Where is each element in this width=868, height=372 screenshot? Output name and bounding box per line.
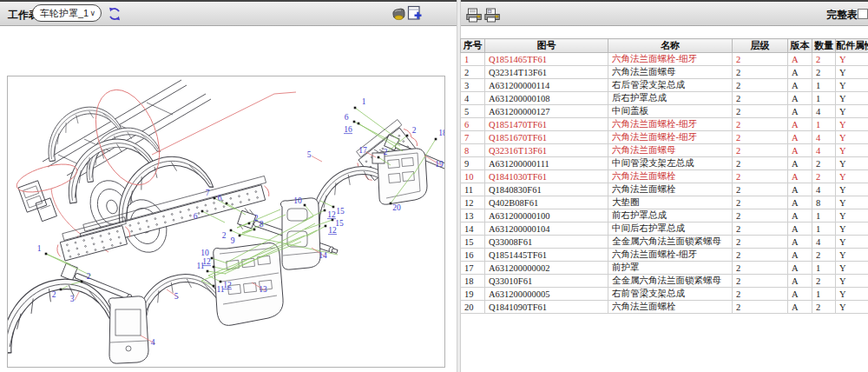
callout-number[interactable]: 18 [438, 129, 444, 137]
table-row[interactable]: 8Q32316T13F61六角法兰面螺母2A4Y [461, 144, 868, 157]
table-row[interactable]: 11Q1840830F61六角法兰面螺栓2A4Y [461, 183, 868, 196]
callout-number[interactable]: 17 [358, 146, 367, 155]
callout-number[interactable]: 10 [293, 196, 302, 205]
table-cell: 中间盖板 [608, 105, 733, 118]
table-row[interactable]: 16Q1851445TF61六角法兰面螺栓-细牙2A2Y [461, 249, 868, 262]
table-cell: A [788, 275, 812, 288]
table-cell: 2 [733, 236, 788, 249]
table-cell: Y [836, 53, 868, 66]
table-cell: 2 [812, 170, 836, 183]
column-header-6[interactable]: 配件属性 [836, 39, 868, 53]
table-cell: 2 [812, 53, 836, 66]
table-row[interactable]: 12Q402B08F61大垫圈2A8Y [461, 196, 868, 209]
table-cell: 右后管梁支架总成 [608, 79, 733, 92]
column-header-4[interactable]: 版本 [788, 39, 812, 53]
column-header-1[interactable]: 图号 [485, 39, 608, 53]
table-cell: A631200000108 [485, 92, 608, 105]
callout-number[interactable]: 14 [319, 251, 327, 260]
column-header-2[interactable]: 名称 [608, 39, 733, 53]
table-row[interactable]: 19A631200000005右前管梁支架总成2A1Y [461, 288, 868, 301]
callout-number[interactable]: 7 [206, 189, 210, 197]
callout-number[interactable]: 15 [336, 207, 345, 216]
callout-number[interactable]: 3 [70, 295, 75, 303]
print-table-icon[interactable] [466, 8, 483, 23]
table-cell: Q1851670TF61 [485, 131, 608, 144]
worksheet-select[interactable]: 车轮护罩_1 ∨ [32, 4, 102, 22]
table-cell: A631200000104 [485, 223, 608, 236]
table-row[interactable]: 6Q1851470TF61六角法兰面螺栓-细牙2A1Y [461, 118, 868, 131]
new-window-icon[interactable] [407, 5, 422, 22]
print-image-icon[interactable] [484, 8, 501, 23]
table-cell: 20 [461, 301, 485, 314]
table-cell: 8 [812, 196, 836, 209]
callout-number[interactable]: 1 [362, 97, 366, 106]
callout-number[interactable]: 13 [259, 285, 267, 294]
callout-number[interactable]: 6 [194, 212, 198, 221]
table-cell: 1 [812, 288, 836, 301]
column-header-0[interactable]: 序号 [461, 39, 485, 53]
table-cell: 1 [812, 223, 836, 236]
table-cell: A [788, 79, 812, 92]
table-row[interactable]: 20Q1841090TF61六角法兰面螺栓2A2Y [461, 301, 868, 314]
table-cell: 中间后右护罩总成 [608, 223, 733, 236]
table-cell: Y [836, 196, 868, 209]
table-cell: 11 [461, 183, 485, 196]
callout-number[interactable]: 19 [435, 160, 444, 169]
table-cell: A [788, 236, 812, 249]
table-cell: Y [836, 157, 868, 170]
table-cell: 2 [733, 196, 788, 209]
callout-number[interactable]: 4 [151, 338, 155, 347]
table-cell: A631200000114 [485, 79, 608, 92]
table-cell: 8 [461, 144, 485, 157]
table-cell: Q32314T13F61 [485, 66, 608, 79]
callout-number[interactable]: 10 [201, 249, 209, 257]
table-row[interactable]: 5A631200000127中间盖板2A4Y [461, 105, 868, 118]
refresh-icon[interactable] [108, 7, 122, 21]
callout-number[interactable]: 5 [307, 150, 312, 159]
table-row[interactable]: 15Q33008F61全金属六角法兰面锁紧螺母2A4Y [461, 236, 868, 249]
table-cell: A631200000111 [485, 157, 608, 170]
table-cell: 1 [812, 118, 836, 131]
callout-number[interactable]: 11 [196, 262, 204, 270]
column-header-3[interactable]: 层级 [733, 39, 788, 53]
callout-number[interactable]: 6 [218, 194, 222, 203]
table-row[interactable]: 10Q1841030TF61六角法兰面螺栓2A2Y [461, 170, 868, 183]
callout-number[interactable]: 12 [327, 210, 336, 219]
chevron-down-icon: ∨ [89, 5, 95, 22]
column-header-5[interactable]: 数量 [812, 39, 836, 53]
table-row[interactable]: 17A631200000002前护罩2A1Y [461, 262, 868, 275]
callout-number[interactable]: 2 [254, 214, 259, 223]
callout-number[interactable]: 2 [87, 272, 91, 281]
callout-number[interactable]: 2 [52, 290, 56, 299]
table-row[interactable]: 1Q1851465TF61六角法兰面螺栓-细牙2A2Y [461, 53, 868, 66]
callout-number[interactable]: 8 [260, 220, 264, 229]
diagram-canvas[interactable]: 1616218172195201510121512147662829101211… [7, 76, 445, 368]
callout-number[interactable]: 16 [344, 125, 352, 134]
callout-number[interactable]: 9 [231, 236, 235, 245]
callout-number[interactable]: 5 [174, 292, 179, 301]
callout-number[interactable]: 2 [222, 231, 227, 240]
callout-number[interactable]: 6 [345, 113, 349, 122]
table-row[interactable]: 7Q1851670TF61六角法兰面螺栓-细牙2A4Y [461, 131, 868, 144]
callout-number[interactable]: 12 [223, 281, 232, 289]
table-row[interactable]: 14A631200000104中间后右护罩总成2A1Y [461, 223, 868, 236]
print-preview-icon[interactable] [391, 7, 406, 22]
callout-number[interactable]: 2 [384, 148, 388, 156]
table-row[interactable]: 2Q32314T13F61六角法兰面螺母2A2Y [461, 66, 868, 79]
callout-number[interactable]: 11 [216, 285, 224, 294]
table-row[interactable]: 3A631200000114右后管梁支架总成2A1Y [461, 79, 868, 92]
table-cell: 大垫圈 [608, 196, 733, 209]
complete-table-checkbox[interactable] [858, 9, 868, 19]
table-cell: Q402B08F61 [485, 196, 608, 209]
table-cell: A [788, 196, 812, 209]
table-row[interactable]: 4A631200000108后右护罩总成2A1Y [461, 92, 868, 105]
table-cell: 2 [812, 275, 836, 288]
table-row[interactable]: 13A631200000100前右护罩总成2A1Y [461, 209, 868, 223]
callout-number[interactable]: 2 [412, 126, 417, 135]
callout-number[interactable]: 20 [392, 203, 401, 212]
table-row[interactable]: 18Q33010F61全金属六角法兰面锁紧螺母2A2Y [461, 275, 868, 288]
table-cell: 2 [812, 157, 836, 170]
callout-number[interactable]: 1 [37, 244, 42, 253]
table-row[interactable]: 9A631200000111中间管梁支架左总成2A2Y [461, 157, 868, 170]
callout-number[interactable]: 12 [328, 226, 337, 235]
